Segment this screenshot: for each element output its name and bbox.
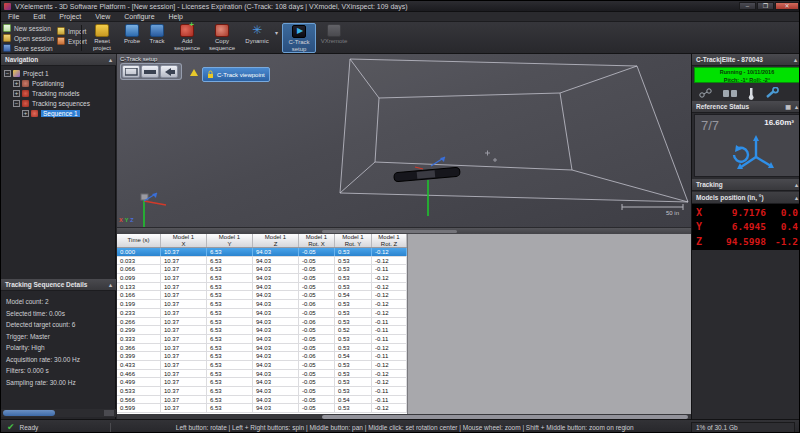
column-header-line2: Rot. Z (372, 241, 406, 248)
table-row[interactable]: 0.09910.376.5394.03-0.050.53-0.12 (117, 274, 407, 283)
toolbar-label: Export (68, 38, 87, 45)
detail-line: Selected time: 0.00s (6, 308, 116, 320)
toolbar-vxremote[interactable]: VXremote (317, 23, 351, 53)
table-row[interactable]: 0.29910.376.5394.03-0.050.52-0.11 (117, 326, 407, 335)
menu-view[interactable]: View (88, 13, 117, 20)
scrollbar-thumb[interactable] (322, 415, 688, 419)
table-row[interactable]: 0.13310.376.5394.03-0.050.53-0.12 (117, 283, 407, 292)
c-track-viewpoint-toggle[interactable]: C-Track viewpoint (202, 67, 270, 82)
table-row[interactable]: 0.43310.376.5394.03-0.050.53-0.12 (117, 361, 407, 370)
toolbar-import[interactable]: Import (57, 26, 87, 36)
scale-label: 50 in (666, 210, 679, 216)
toolbar-dynamic[interactable]: Dynamic (240, 23, 274, 53)
table-row[interactable]: 0.36610.376.5394.03-0.050.53-0.12 (117, 344, 407, 353)
cell: 0.099 (117, 274, 161, 282)
collapse-icon[interactable]: ▴ (795, 103, 798, 110)
toolbar-new-session[interactable]: New session (3, 23, 54, 33)
cell: 6.53 (207, 370, 253, 378)
table-row[interactable]: 0.39910.376.5394.03-0.060.54-0.11 (117, 352, 407, 361)
temperature-icon[interactable] (746, 87, 756, 100)
3d-viewport[interactable]: C-Track setup (117, 54, 691, 227)
collapse-icon[interactable]: ▴ (109, 281, 112, 288)
new-session-icon (3, 24, 11, 32)
column-header[interactable]: Model 1Rot. X (299, 234, 335, 247)
table-row[interactable]: 0.16610.376.5394.03-0.050.54-0.12 (117, 291, 407, 300)
toolbar-open-session[interactable]: Open session (3, 33, 54, 43)
display-volume-button[interactable] (122, 65, 140, 78)
table-row[interactable]: 0.19910.376.5394.03-0.060.53-0.12 (117, 300, 407, 309)
positioning-icon (22, 80, 29, 87)
plus-expander-icon[interactable]: + (13, 80, 20, 87)
detect-targets-icon[interactable] (698, 87, 714, 100)
collapse-icon[interactable]: ▴ (109, 56, 112, 63)
maximize-button[interactable]: ❐ (757, 2, 774, 10)
menu-configure[interactable]: Configure (117, 13, 161, 20)
tree-item-project-1[interactable]: −Project 1 (1, 68, 116, 78)
collapse-icon[interactable]: ▴ (795, 194, 798, 201)
column-header[interactable]: Model 1X (161, 234, 207, 247)
toolbar: New sessionOpen sessionSave session Impo… (1, 22, 800, 54)
column-header[interactable]: Time (s) (117, 234, 161, 247)
column-header[interactable]: Model 1Y (207, 234, 253, 247)
toolbar-track[interactable]: Track (145, 23, 169, 53)
menu-project[interactable]: Project (52, 13, 88, 20)
column-header[interactable]: Model 1Z (253, 234, 299, 247)
tree-item-positioning[interactable]: +Positioning (1, 78, 116, 88)
collapse-icon[interactable]: ▴ (794, 56, 797, 63)
cell: -0.12 (372, 291, 407, 299)
menu-help[interactable]: Help (162, 13, 190, 20)
cell: 0.53 (335, 309, 372, 317)
table-row[interactable]: 0.23310.376.5394.03-0.050.53-0.12 (117, 309, 407, 318)
table-row[interactable]: 0.00010.376.5394.03-0.050.53-0.12 (117, 248, 407, 257)
cell: 10.37 (161, 300, 207, 308)
table-row[interactable]: 0.26610.376.5394.03-0.060.53-0.11 (117, 318, 407, 327)
cell: 10.37 (161, 265, 207, 273)
minimize-button[interactable]: – (739, 2, 756, 10)
close-button[interactable]: ✕ (775, 2, 799, 10)
table-row[interactable]: 0.59910.376.5394.03-0.050.53-0.12 (117, 404, 407, 413)
scrollbar-thumb[interactable] (3, 410, 55, 416)
configure-wrench-icon[interactable] (764, 87, 779, 100)
viewport-toolbar: C-Track setup (120, 56, 182, 80)
toolbar-copy-sequence[interactable]: Copy sequence (205, 23, 239, 53)
dynamic-dropdown-caret[interactable]: ▾ (275, 29, 278, 36)
toolbar-probe[interactable]: Probe (120, 23, 144, 53)
table-row[interactable]: 0.33310.376.5394.03-0.050.53-0.11 (117, 335, 407, 344)
axis-indicator: XYZ (119, 217, 136, 223)
collapse-icon[interactable]: ▴ (795, 181, 798, 188)
minus-expander-icon[interactable]: − (13, 100, 20, 107)
column-header[interactable]: Model 1Rot. Z (372, 234, 407, 247)
calibration-icon[interactable] (722, 87, 738, 100)
toolbar-export[interactable]: Export (57, 36, 87, 46)
table-row[interactable]: 0.49910.376.5394.03-0.050.53-0.12 (117, 378, 407, 387)
splitter-handle[interactable] (322, 230, 457, 233)
minus-expander-icon[interactable]: − (4, 70, 11, 77)
column-header[interactable]: Model 1Rot. Y (335, 234, 372, 247)
sequence-1-icon (31, 110, 38, 117)
grid-icon[interactable]: ▦ (785, 103, 791, 110)
cell: -0.12 (372, 404, 407, 412)
toolbar-add-sequence[interactable]: Add sequence (170, 23, 204, 53)
tree-item-tracking-models[interactable]: +Tracking models (1, 88, 116, 98)
table-row[interactable]: 0.46610.376.5394.03-0.050.53-0.12 (117, 370, 407, 379)
menu-file[interactable]: File (1, 13, 26, 20)
detail-line: Filters: 0.000 s (6, 365, 116, 377)
cell: 94.03 (253, 283, 299, 291)
cell: 0.53 (335, 274, 372, 282)
menu-edit[interactable]: Edit (26, 13, 52, 20)
toolbar-save-session[interactable]: Save session (3, 43, 54, 53)
table-row[interactable]: 0.56610.376.5394.03-0.050.54-0.11 (117, 396, 407, 405)
display-targets-button[interactable] (141, 65, 159, 78)
tree-item-tracking-sequences[interactable]: −Tracking sequences (1, 98, 116, 108)
table-row[interactable]: 0.06610.376.5394.03-0.050.53-0.11 (117, 265, 407, 274)
display-camera-view-button[interactable] (160, 65, 178, 78)
plus-expander-icon[interactable]: + (13, 90, 20, 97)
table-row[interactable]: 0.53310.376.5394.03-0.050.53-0.11 (117, 387, 407, 396)
viewport-table-splitter[interactable] (117, 227, 691, 234)
tree-item-sequence-1[interactable]: +Sequence 1 (1, 108, 116, 118)
table-row[interactable]: 0.03310.376.5394.03-0.050.53-0.12 (117, 257, 407, 266)
sidebar-horizontal-scrollbar[interactable] (1, 409, 116, 417)
toolbar-reset-project[interactable]: Reset project (85, 23, 119, 53)
plus-expander-icon[interactable]: + (22, 110, 29, 117)
toolbar-c-track-setup[interactable]: C-Track setup (282, 23, 316, 53)
